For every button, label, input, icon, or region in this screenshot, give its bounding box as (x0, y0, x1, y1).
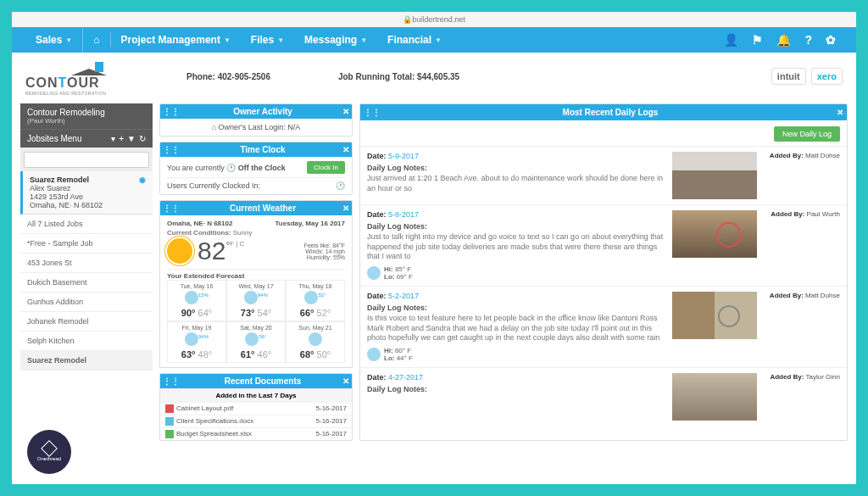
status-dot-icon: ◉ (139, 176, 146, 184)
badge-xero[interactable]: xero (811, 68, 843, 85)
forecast-cell: Thu, May 1852°66° 52° (286, 280, 345, 321)
forecast-cell: Sat, May 2056°61° 46° (226, 321, 286, 363)
question-icon[interactable]: ? (798, 33, 819, 47)
clock-icon: 🕐 (226, 164, 236, 172)
daily-log-row: Date: 5-8-2017 Daily Log Notes: Just to … (360, 204, 847, 286)
log-thumbnail[interactable] (672, 152, 757, 199)
drag-icon[interactable]: ⋮⋮ (163, 145, 180, 154)
cube-icon (41, 440, 58, 457)
menu-financial[interactable]: Financial▼ (377, 27, 452, 53)
sun-icon (167, 238, 192, 264)
sidebar-job-item[interactable]: *Free - Sample Job (20, 234, 153, 254)
company-header: Contour Remodeling (Paul Wurth) (20, 103, 153, 129)
jobsite-search (20, 148, 153, 171)
weather-icon (367, 266, 381, 280)
menu-sales[interactable]: Sales▼ (25, 27, 83, 53)
file-icon (165, 430, 174, 438)
browser-url-bar: 🔒 buildertrend.net (12, 12, 856, 27)
close-icon[interactable]: ✕ (342, 376, 349, 386)
document-row[interactable]: Budget Spreadsheet.xlsx5-16-2017 (160, 427, 352, 440)
forecast-cell: Fri, May 1994%63° 48° (167, 321, 226, 363)
weather-icon (185, 291, 198, 304)
onethread-badge: Onethread (27, 430, 71, 474)
menu-messaging[interactable]: Messaging▼ (294, 27, 377, 53)
clock-icon: 🕐 (336, 181, 345, 190)
close-icon[interactable]: ✕ (837, 108, 843, 117)
main-menubar: Sales▼ ⌂ Project Management▼ Files▼ Mess… (12, 27, 856, 53)
logo: CONTOUR REMODELING AND RESTORATION (25, 57, 153, 96)
file-icon (165, 417, 174, 426)
document-row[interactable]: Client Specifications.docx5-16-2017 (160, 415, 352, 427)
chevron-down-icon[interactable]: ▾ (111, 134, 115, 143)
daily-log-row: Date: 5-9-2017 Daily Log Notes: Just arr… (360, 146, 847, 204)
log-thumbnail[interactable] (672, 373, 757, 421)
weather-icon (367, 348, 381, 361)
log-date-link[interactable]: 4-27-2017 (388, 373, 423, 382)
clock-in-button[interactable]: Clock In (307, 161, 345, 174)
sidebar-job-item[interactable]: Selph Kitchen (20, 332, 153, 351)
weather-icon (245, 332, 259, 346)
sidebar: Contour Remodeling (Paul Wurth) Jobsites… (20, 103, 153, 441)
sidebar-job-item[interactable]: Dukich Basement (20, 273, 153, 293)
forecast-cell: Wed, May 1794%73° 54° (226, 280, 286, 321)
search-input[interactable] (24, 152, 149, 168)
user-icon[interactable]: 👤 (717, 33, 745, 47)
home-icon: ⌂ (212, 123, 216, 131)
refresh-icon[interactable]: ↻ (139, 134, 146, 143)
weather-icon (304, 291, 318, 304)
bell-icon[interactable]: 🔔 (770, 33, 798, 47)
close-icon[interactable]: ✕ (342, 107, 349, 116)
drag-icon[interactable]: ⋮⋮ (163, 203, 180, 213)
file-icon (165, 404, 174, 413)
log-thumbnail[interactable] (672, 210, 757, 258)
drag-icon[interactable]: ⋮⋮ (163, 107, 180, 116)
forecast-cell: Sun, May 2168° 50° (286, 321, 345, 363)
log-date-link[interactable]: 5-9-2017 (388, 152, 419, 160)
daily-log-row: Date: 4-27-2017 Daily Log Notes: Added B… (360, 367, 847, 426)
close-icon[interactable]: ✕ (342, 203, 349, 213)
sidebar-job-item[interactable]: Suarez Remodel (20, 351, 153, 371)
daily-log-row: Date: 5-2-2017 Daily Log Notes: Is this … (360, 286, 847, 367)
forecast-cell: Tue, May 1615%90° 64° (167, 280, 226, 321)
drag-icon[interactable]: ⋮⋮ (163, 376, 180, 386)
weather-icon (309, 332, 322, 346)
sidebar-job-item[interactable]: Gunhus Addition (20, 293, 153, 312)
sidebar-job-item[interactable]: 453 Jones St (20, 254, 153, 273)
current-job[interactable]: Suarez Remodel◉ Alex Suarez 1429 153rd A… (20, 171, 153, 215)
new-daily-log-button[interactable]: New Daily Log (774, 126, 840, 142)
page-header: CONTOUR REMODELING AND RESTORATION Phone… (12, 53, 856, 100)
log-date-link[interactable]: 5-2-2017 (388, 292, 419, 300)
panel-owner-activity: ⋮⋮Owner Activity✕ ⌂ Owner's Last Login: … (159, 103, 353, 137)
weather-icon (185, 332, 198, 346)
panel-weather: ⋮⋮Current Weather✕ Omaha, NE· N 68102Tue… (159, 200, 353, 368)
menu-home[interactable]: ⌂ (83, 27, 109, 53)
plus-icon[interactable]: + (119, 134, 124, 143)
menu-files[interactable]: Files▼ (241, 27, 294, 53)
jobsites-menu[interactable]: Jobsites Menu ▾ + ▼ ↻ (20, 129, 153, 148)
panel-daily-logs: ⋮⋮Most Recent Daily Logs✕ New Daily Log … (359, 103, 848, 441)
badge-intuit[interactable]: intuit (771, 68, 806, 85)
home-icon: ⌂ (93, 34, 99, 46)
panel-time-clock: ⋮⋮Time Clock✕ You are currently 🕐 Off th… (159, 142, 353, 195)
gear-icon[interactable]: ✿ (819, 33, 843, 47)
document-row[interactable]: Cabinet Layout.pdf5-16-2017 (160, 402, 352, 415)
weather-icon (244, 291, 258, 304)
panel-recent-documents: ⋮⋮Recent Documents✕ Added in the Last 7 … (159, 373, 353, 441)
filter-icon[interactable]: ▼ (127, 134, 136, 143)
flag-icon[interactable]: ⚑ (745, 33, 770, 47)
sidebar-job-item[interactable]: Johanek Remodel (20, 312, 153, 332)
job-filter[interactable]: All 7 Listed Jobs (20, 215, 153, 234)
close-icon[interactable]: ✕ (342, 145, 349, 154)
log-date-link[interactable]: 5-8-2017 (388, 210, 419, 219)
drag-icon[interactable]: ⋮⋮ (364, 108, 381, 117)
log-thumbnail[interactable] (672, 292, 757, 339)
menu-project-management[interactable]: Project Management▼ (111, 27, 241, 53)
